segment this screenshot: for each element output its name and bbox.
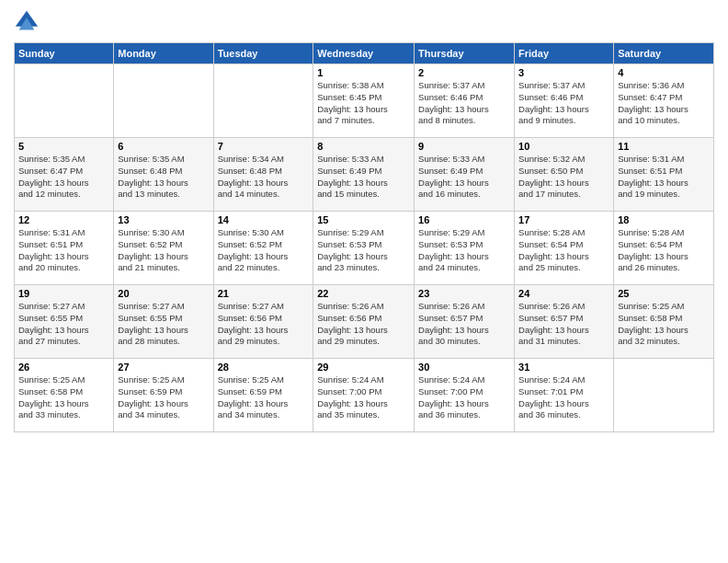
day-info: Sunrise: 5:27 AM Sunset: 6:56 PM Dayligh… <box>218 301 310 348</box>
day-number: 4 <box>618 67 710 78</box>
weekday-header: Thursday <box>415 43 515 64</box>
calendar-cell: 19Sunrise: 5:27 AM Sunset: 6:55 PM Dayli… <box>15 285 114 359</box>
day-number: 27 <box>118 362 209 373</box>
day-info: Sunrise: 5:31 AM Sunset: 6:51 PM Dayligh… <box>618 154 710 201</box>
calendar-cell: 29Sunrise: 5:24 AM Sunset: 7:00 PM Dayli… <box>313 359 415 432</box>
day-info: Sunrise: 5:25 AM Sunset: 6:58 PM Dayligh… <box>618 301 710 348</box>
day-number: 21 <box>218 288 310 299</box>
day-number: 18 <box>618 214 710 225</box>
day-info: Sunrise: 5:25 AM Sunset: 6:59 PM Dayligh… <box>118 374 209 421</box>
day-info: Sunrise: 5:30 AM Sunset: 6:52 PM Dayligh… <box>218 227 310 274</box>
day-info: Sunrise: 5:30 AM Sunset: 6:52 PM Dayligh… <box>118 227 209 274</box>
day-info: Sunrise: 5:33 AM Sunset: 6:49 PM Dayligh… <box>418 154 510 201</box>
calendar-row: 1Sunrise: 5:38 AM Sunset: 6:45 PM Daylig… <box>15 64 714 138</box>
header <box>14 9 714 35</box>
calendar-table: SundayMondayTuesdayWednesdayThursdayFrid… <box>14 42 714 432</box>
page-container: SundayMondayTuesdayWednesdayThursdayFrid… <box>0 0 728 442</box>
calendar-cell: 5Sunrise: 5:35 AM Sunset: 6:47 PM Daylig… <box>15 138 114 212</box>
calendar-cell: 18Sunrise: 5:28 AM Sunset: 6:54 PM Dayli… <box>614 212 714 285</box>
day-info: Sunrise: 5:35 AM Sunset: 6:48 PM Dayligh… <box>118 154 209 201</box>
day-number: 30 <box>418 362 510 373</box>
day-number: 22 <box>317 288 410 299</box>
calendar-cell <box>114 64 213 138</box>
calendar-cell: 23Sunrise: 5:26 AM Sunset: 6:57 PM Dayli… <box>415 285 515 359</box>
day-info: Sunrise: 5:24 AM Sunset: 7:01 PM Dayligh… <box>518 374 609 421</box>
weekday-header: Saturday <box>614 43 714 64</box>
day-info: Sunrise: 5:25 AM Sunset: 6:59 PM Dayligh… <box>218 374 310 421</box>
weekday-header: Sunday <box>15 43 114 64</box>
calendar-row: 12Sunrise: 5:31 AM Sunset: 6:51 PM Dayli… <box>15 212 714 285</box>
weekday-header: Monday <box>114 43 213 64</box>
calendar-cell: 3Sunrise: 5:37 AM Sunset: 6:46 PM Daylig… <box>515 64 614 138</box>
calendar-row: 26Sunrise: 5:25 AM Sunset: 6:58 PM Dayli… <box>15 359 714 432</box>
calendar-cell: 16Sunrise: 5:29 AM Sunset: 6:53 PM Dayli… <box>415 212 515 285</box>
day-number: 28 <box>218 362 310 373</box>
day-number: 10 <box>518 141 609 152</box>
weekday-header: Friday <box>515 43 614 64</box>
day-info: Sunrise: 5:29 AM Sunset: 6:53 PM Dayligh… <box>418 227 510 274</box>
weekday-header: Wednesday <box>313 43 415 64</box>
calendar-cell <box>15 64 114 138</box>
day-number: 17 <box>518 214 609 225</box>
day-number: 13 <box>118 214 209 225</box>
calendar-cell <box>213 64 313 138</box>
calendar-row: 19Sunrise: 5:27 AM Sunset: 6:55 PM Dayli… <box>15 285 714 359</box>
calendar-cell: 24Sunrise: 5:26 AM Sunset: 6:57 PM Dayli… <box>515 285 614 359</box>
day-number: 8 <box>317 141 410 152</box>
calendar-cell: 22Sunrise: 5:26 AM Sunset: 6:56 PM Dayli… <box>313 285 415 359</box>
day-number: 23 <box>418 288 510 299</box>
weekday-header-row: SundayMondayTuesdayWednesdayThursdayFrid… <box>15 43 714 64</box>
calendar-cell: 31Sunrise: 5:24 AM Sunset: 7:01 PM Dayli… <box>515 359 614 432</box>
calendar-cell: 2Sunrise: 5:37 AM Sunset: 6:46 PM Daylig… <box>415 64 515 138</box>
day-info: Sunrise: 5:32 AM Sunset: 6:50 PM Dayligh… <box>518 154 609 201</box>
calendar-cell: 28Sunrise: 5:25 AM Sunset: 6:59 PM Dayli… <box>213 359 313 432</box>
day-number: 15 <box>317 214 410 225</box>
day-number: 19 <box>18 288 109 299</box>
calendar-cell: 25Sunrise: 5:25 AM Sunset: 6:58 PM Dayli… <box>614 285 714 359</box>
day-info: Sunrise: 5:24 AM Sunset: 7:00 PM Dayligh… <box>418 374 510 421</box>
day-info: Sunrise: 5:33 AM Sunset: 6:49 PM Dayligh… <box>317 154 410 201</box>
day-info: Sunrise: 5:27 AM Sunset: 6:55 PM Dayligh… <box>18 301 109 348</box>
calendar-cell: 20Sunrise: 5:27 AM Sunset: 6:55 PM Dayli… <box>114 285 213 359</box>
calendar-cell: 12Sunrise: 5:31 AM Sunset: 6:51 PM Dayli… <box>15 212 114 285</box>
day-number: 2 <box>418 67 510 78</box>
day-info: Sunrise: 5:26 AM Sunset: 6:57 PM Dayligh… <box>418 301 510 348</box>
day-info: Sunrise: 5:26 AM Sunset: 6:56 PM Dayligh… <box>317 301 410 348</box>
day-info: Sunrise: 5:27 AM Sunset: 6:55 PM Dayligh… <box>118 301 209 348</box>
day-info: Sunrise: 5:28 AM Sunset: 6:54 PM Dayligh… <box>518 227 609 274</box>
calendar-cell: 10Sunrise: 5:32 AM Sunset: 6:50 PM Dayli… <box>515 138 614 212</box>
calendar-row: 5Sunrise: 5:35 AM Sunset: 6:47 PM Daylig… <box>15 138 714 212</box>
calendar-cell: 4Sunrise: 5:36 AM Sunset: 6:47 PM Daylig… <box>614 64 714 138</box>
day-number: 20 <box>118 288 209 299</box>
day-info: Sunrise: 5:26 AM Sunset: 6:57 PM Dayligh… <box>518 301 609 348</box>
calendar-cell: 15Sunrise: 5:29 AM Sunset: 6:53 PM Dayli… <box>313 212 415 285</box>
day-info: Sunrise: 5:35 AM Sunset: 6:47 PM Dayligh… <box>18 154 109 201</box>
calendar-cell: 30Sunrise: 5:24 AM Sunset: 7:00 PM Dayli… <box>415 359 515 432</box>
day-number: 26 <box>18 362 109 373</box>
day-number: 16 <box>418 214 510 225</box>
calendar-cell: 1Sunrise: 5:38 AM Sunset: 6:45 PM Daylig… <box>313 64 415 138</box>
day-info: Sunrise: 5:31 AM Sunset: 6:51 PM Dayligh… <box>18 227 109 274</box>
day-info: Sunrise: 5:24 AM Sunset: 7:00 PM Dayligh… <box>317 374 410 421</box>
day-number: 9 <box>418 141 510 152</box>
calendar-cell: 11Sunrise: 5:31 AM Sunset: 6:51 PM Dayli… <box>614 138 714 212</box>
day-info: Sunrise: 5:29 AM Sunset: 6:53 PM Dayligh… <box>317 227 410 274</box>
calendar-cell: 21Sunrise: 5:27 AM Sunset: 6:56 PM Dayli… <box>213 285 313 359</box>
calendar-cell: 14Sunrise: 5:30 AM Sunset: 6:52 PM Dayli… <box>213 212 313 285</box>
day-number: 7 <box>218 141 310 152</box>
day-number: 31 <box>518 362 609 373</box>
day-info: Sunrise: 5:36 AM Sunset: 6:47 PM Dayligh… <box>618 80 710 127</box>
day-info: Sunrise: 5:34 AM Sunset: 6:48 PM Dayligh… <box>218 154 310 201</box>
calendar-cell: 8Sunrise: 5:33 AM Sunset: 6:49 PM Daylig… <box>313 138 415 212</box>
day-number: 24 <box>518 288 609 299</box>
logo-icon <box>14 9 40 35</box>
day-info: Sunrise: 5:28 AM Sunset: 6:54 PM Dayligh… <box>618 227 710 274</box>
day-number: 12 <box>18 214 109 225</box>
calendar-cell: 7Sunrise: 5:34 AM Sunset: 6:48 PM Daylig… <box>213 138 313 212</box>
calendar-cell: 9Sunrise: 5:33 AM Sunset: 6:49 PM Daylig… <box>415 138 515 212</box>
day-number: 5 <box>18 141 109 152</box>
day-number: 25 <box>618 288 710 299</box>
day-number: 11 <box>618 141 710 152</box>
day-info: Sunrise: 5:37 AM Sunset: 6:46 PM Dayligh… <box>518 80 609 127</box>
calendar-cell: 13Sunrise: 5:30 AM Sunset: 6:52 PM Dayli… <box>114 212 213 285</box>
